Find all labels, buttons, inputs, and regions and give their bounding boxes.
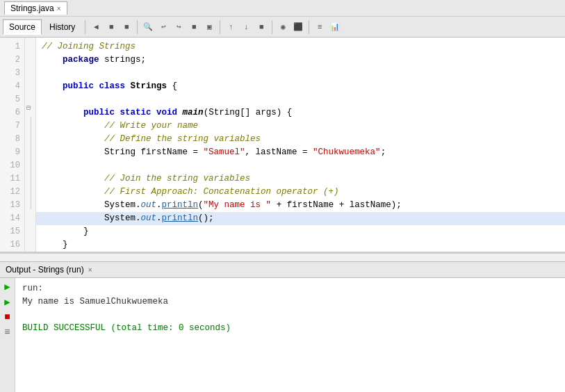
output-header: Output - Strings (run) × <box>0 261 565 278</box>
line-num-4: 4 <box>4 80 20 93</box>
line-num-7: 7 <box>4 120 20 133</box>
code-line-16: } <box>36 238 565 252</box>
code-line-7: // Write your name <box>36 120 565 133</box>
toolbar-btn-11[interactable]: ◉ <box>276 20 290 34</box>
code-line-10 <box>36 159 565 172</box>
toolbar-separator-4 <box>272 20 272 34</box>
output-close[interactable]: × <box>88 266 92 274</box>
tab-source[interactable]: Source <box>3 19 42 35</box>
line-num-12: 12 <box>4 186 20 199</box>
toolbar-btn-10[interactable]: ■ <box>254 20 268 34</box>
editor-hscrollbar[interactable] <box>0 253 565 261</box>
toolbar-btn-2[interactable]: ■ <box>120 20 133 34</box>
file-tab[interactable]: Strings.java × <box>4 1 67 15</box>
code-line-15: } <box>36 225 565 238</box>
code-line-5 <box>36 93 565 106</box>
output-title: Output - Strings (run) <box>6 265 84 275</box>
file-tab-name: Strings.java <box>10 3 54 13</box>
line-num-1: 1 <box>4 40 20 54</box>
line-num-10: 10 <box>4 159 20 172</box>
stop-btn[interactable]: ■ <box>2 311 13 322</box>
editor-container: 1 2 3 4 5 6 7 8 9 10 11 12 13 14 15 16 ⊟… <box>0 38 565 253</box>
line-num-9: 9 <box>4 146 20 159</box>
toolbar-btn-3[interactable]: 🔍 <box>141 20 155 34</box>
toolbar-btn-5[interactable]: ↪ <box>172 20 186 34</box>
line-num-14: 14 <box>4 212 20 225</box>
fold-column: ⊟ <box>25 38 36 252</box>
toolbar-btn-8[interactable]: ↑ <box>224 20 238 34</box>
line-num-13: 13 <box>4 199 20 212</box>
title-bar: Strings.java × <box>0 0 565 17</box>
code-line-6: public static void main(String[] args) { <box>36 106 565 120</box>
tab-history[interactable]: History <box>43 19 81 35</box>
rerun-btn[interactable]: ▶ <box>2 296 13 307</box>
code-line-8: // Define the string variables <box>36 133 565 146</box>
output-text: run: My name is SamuelChukwuemeka BUILD … <box>15 278 565 392</box>
toolbar-btn-4[interactable]: ↩ <box>156 20 170 34</box>
toolbar-separator-2 <box>137 20 138 34</box>
toolbar-btn-back[interactable]: ◀ <box>89 20 103 34</box>
code-line-13: System.out.println("My name is " + first… <box>36 199 565 212</box>
line-num-16: 16 <box>4 238 20 252</box>
toolbar-btn-12[interactable]: ⬛ <box>291 20 305 34</box>
toolbar-btn-14[interactable]: 📊 <box>328 20 342 34</box>
toolbar-separator-1 <box>85 20 85 34</box>
toolbar-btn-9[interactable]: ↓ <box>239 20 253 34</box>
output-line-4: BUILD SUCCESSFUL (total time: 0 seconds) <box>22 322 558 335</box>
clear-btn[interactable]: ≡ <box>2 327 13 338</box>
line-numbers: 1 2 3 4 5 6 7 8 9 10 11 12 13 14 15 16 <box>0 38 25 252</box>
code-line-3 <box>36 67 565 80</box>
code-area[interactable]: // Joining Strings package strings; publ… <box>36 38 565 252</box>
code-line-4: public class Strings { <box>36 80 565 93</box>
code-line-2: package strings; <box>36 54 565 67</box>
toolbar-btn-13[interactable]: ≡ <box>313 20 327 34</box>
output-line-3 <box>22 309 558 322</box>
code-line-1: // Joining Strings <box>36 40 565 54</box>
output-sidebar: ▶ ▶ ■ ≡ <box>0 278 15 392</box>
file-tab-close[interactable]: × <box>57 5 61 13</box>
code-line-11: // Join the string variables <box>36 172 565 186</box>
toolbar-btn-6[interactable]: ■ <box>187 20 201 34</box>
fold-line-6 <box>31 117 31 209</box>
output-line-2: My name is SamuelChukwuemeka <box>22 295 558 309</box>
code-line-12: // First Approach: Concatenation operato… <box>36 186 565 199</box>
toolbar-separator-5 <box>309 20 309 34</box>
toolbar: Source History ◀ ■ ■ 🔍 ↩ ↪ ■ ▣ ↑ ↓ ■ ◉ ⬛… <box>0 17 565 38</box>
code-line-14: System.out.println(); <box>36 212 565 225</box>
output-line-1: run: <box>22 282 558 295</box>
line-num-3: 3 <box>4 67 20 80</box>
fold-icon-6[interactable]: ⊟ <box>26 104 31 112</box>
line-num-5: 5 <box>4 93 20 106</box>
toolbar-btn-7[interactable]: ▣ <box>202 20 216 34</box>
line-num-8: 8 <box>4 133 20 146</box>
toolbar-btn-1[interactable]: ■ <box>104 20 118 34</box>
line-num-2: 2 <box>4 54 20 67</box>
output-panel: Output - Strings (run) × ▶ ▶ ■ ≡ run: My… <box>0 261 565 392</box>
line-num-11: 11 <box>4 172 20 186</box>
line-num-6: 6 <box>4 106 20 120</box>
code-line-9: String firstName = "Samuel", lastName = … <box>36 146 565 159</box>
run-btn[interactable]: ▶ <box>2 281 13 292</box>
toolbar-separator-3 <box>220 20 220 34</box>
line-num-15: 15 <box>4 225 20 238</box>
output-content: ▶ ▶ ■ ≡ run: My name is SamuelChukwuemek… <box>0 278 565 392</box>
